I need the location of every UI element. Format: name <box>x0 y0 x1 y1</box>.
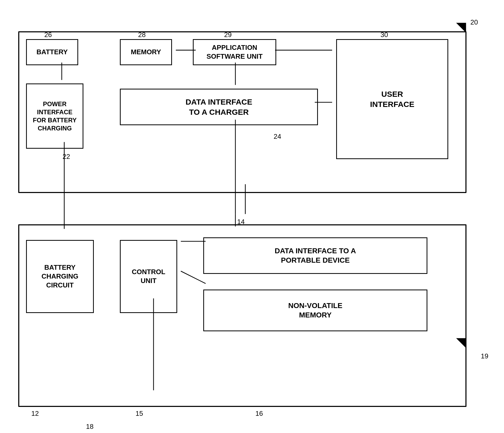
ref-19: 19 <box>481 352 488 360</box>
data-portable-block: DATA INTERFACE TO A PORTABLE DEVICE <box>203 237 427 274</box>
battery-block: BATTERY <box>26 39 78 65</box>
ref-15: 15 <box>136 410 143 418</box>
power-interface-block: POWER INTERFACE FOR BATTERY CHARGING <box>26 83 83 149</box>
ref-14: 14 <box>237 218 245 226</box>
data-charger-block: DATA INTERFACE TO A CHARGER <box>120 89 318 125</box>
ref-22: 22 <box>63 153 70 161</box>
ref-12: 12 <box>31 410 39 418</box>
ref-29: 29 <box>224 31 232 39</box>
ref-20: 20 <box>470 18 478 26</box>
user-interface-block: USER INTERFACE <box>336 39 448 159</box>
ref-24: 24 <box>274 133 281 141</box>
control-unit-block: CONTROL UNIT <box>120 240 177 313</box>
ref-30: 30 <box>380 31 388 39</box>
app-software-block: APPLICATION SOFTWARE UNIT <box>193 39 276 65</box>
battery-charging-block: BATTERY CHARGING CIRCUIT <box>26 240 94 313</box>
ref-28: 28 <box>138 31 146 39</box>
ref-18: 18 <box>86 423 94 431</box>
memory-block: MEMORY <box>120 39 172 65</box>
ref-26: 26 <box>44 31 52 39</box>
ref-16: 16 <box>255 410 263 418</box>
non-volatile-block: NON-VOLATILE MEMORY <box>203 290 427 331</box>
